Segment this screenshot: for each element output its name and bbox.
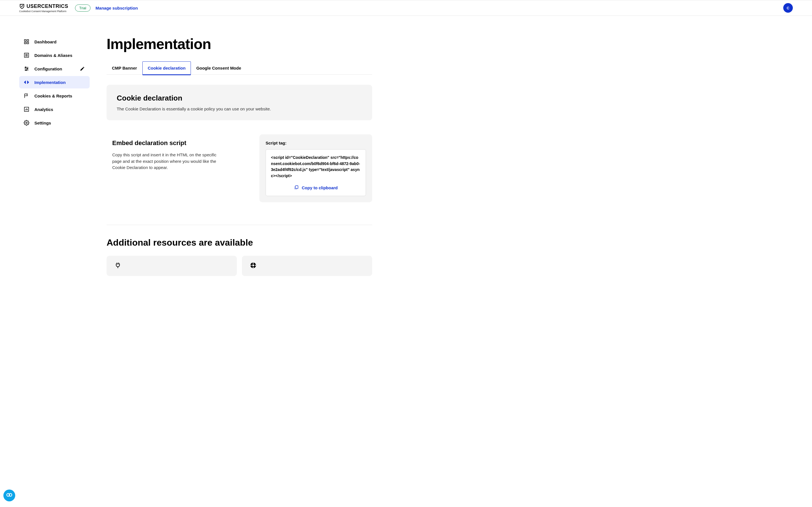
tab-cookie-declaration[interactable]: Cookie declaration xyxy=(142,61,191,75)
tabs: CMP Banner Cookie declaration Google Con… xyxy=(107,61,372,75)
copy-label: Copy to clipboard xyxy=(302,185,338,190)
dashboard-icon xyxy=(24,39,29,45)
svg-point-18 xyxy=(26,122,28,124)
sidebar-item-implementation[interactable]: Implementation xyxy=(19,76,90,89)
sidebar-item-cookies[interactable]: Cookies & Reports xyxy=(19,90,90,102)
resource-cards xyxy=(107,256,372,276)
plug-icon xyxy=(114,265,121,270)
sidebar-item-label: Dashboard xyxy=(35,40,56,44)
help-circle-icon xyxy=(250,265,257,270)
sidebar-item-label: Configuration xyxy=(35,66,62,71)
resource-card-plugin[interactable] xyxy=(107,256,237,276)
logo-subtitle: Cookiebot Consent Management Platform xyxy=(19,10,68,13)
sidebar-item-analytics[interactable]: Analytics xyxy=(19,103,90,115)
svg-point-24 xyxy=(251,265,252,266)
script-content: <script id="CookieDeclaration" src="http… xyxy=(266,149,366,196)
sidebar: Dashboard Domains & Aliases Configuratio… xyxy=(19,36,90,276)
resources-title: Additional resources are available xyxy=(107,237,372,248)
tab-cmp-banner[interactable]: CMP Banner xyxy=(107,61,142,75)
svg-point-21 xyxy=(252,264,254,266)
sidebar-item-dashboard[interactable]: Dashboard xyxy=(19,36,90,48)
flag-icon xyxy=(24,93,29,99)
trial-chip: Trial xyxy=(75,4,91,11)
info-desc: The Cookie Declaration is essentially a … xyxy=(117,107,362,111)
chart-icon xyxy=(24,107,29,112)
sidebar-item-domains[interactable]: Domains & Aliases xyxy=(19,49,90,61)
svg-rect-2 xyxy=(24,42,26,44)
embed-desc: Copy this script and insert it in the HT… xyxy=(112,152,225,171)
logo[interactable]: USERCENTRICS Cookiebot Consent Managemen… xyxy=(19,3,68,13)
avatar[interactable]: C xyxy=(783,3,793,13)
list-icon xyxy=(24,52,29,58)
main-content: Implementation CMP Banner Cookie declara… xyxy=(107,36,372,276)
info-title: Cookie declaration xyxy=(117,94,362,103)
svg-point-13 xyxy=(26,69,27,70)
svg-rect-1 xyxy=(27,40,29,41)
code-icon xyxy=(24,79,29,85)
embed-section: Embed declaration script Copy this scrip… xyxy=(107,134,372,202)
resource-card-help[interactable] xyxy=(242,256,372,276)
sidebar-item-label: Domains & Aliases xyxy=(35,53,72,58)
gear-icon xyxy=(24,120,29,126)
svg-point-25 xyxy=(255,265,256,266)
pencil-icon[interactable] xyxy=(80,66,85,71)
svg-point-23 xyxy=(253,267,254,268)
sidebar-item-label: Analytics xyxy=(35,107,53,112)
copy-button[interactable]: Copy to clipboard xyxy=(271,185,361,191)
logo-text: USERCENTRICS xyxy=(27,3,68,9)
sidebar-item-label: Implementation xyxy=(35,80,66,85)
svg-point-11 xyxy=(27,68,28,69)
svg-rect-19 xyxy=(296,186,298,189)
page-title: Implementation xyxy=(107,36,372,52)
sidebar-item-configuration[interactable]: Configuration xyxy=(19,62,90,75)
shield-icon xyxy=(19,3,25,9)
sliders-icon xyxy=(24,66,29,71)
tab-google-consent[interactable]: Google Consent Mode xyxy=(191,61,246,75)
sidebar-item-settings[interactable]: Settings xyxy=(19,117,90,129)
copy-icon xyxy=(294,185,299,191)
svg-point-22 xyxy=(253,263,254,264)
script-label: Script tag: xyxy=(266,140,366,145)
script-code[interactable]: <script id="CookieDeclaration" src="http… xyxy=(271,155,361,179)
svg-rect-3 xyxy=(27,42,29,44)
svg-point-9 xyxy=(25,67,26,68)
manage-subscription-link[interactable]: Manage subscription xyxy=(96,6,138,10)
info-box: Cookie declaration The Cookie Declaratio… xyxy=(107,85,372,120)
sidebar-item-label: Cookies & Reports xyxy=(35,94,72,98)
embed-title: Embed declaration script xyxy=(112,139,248,147)
script-box: Script tag: <script id="CookieDeclaratio… xyxy=(259,134,372,202)
divider xyxy=(107,225,372,225)
svg-rect-0 xyxy=(24,40,26,41)
sidebar-item-label: Settings xyxy=(35,121,51,125)
header: USERCENTRICS Cookiebot Consent Managemen… xyxy=(0,0,812,16)
